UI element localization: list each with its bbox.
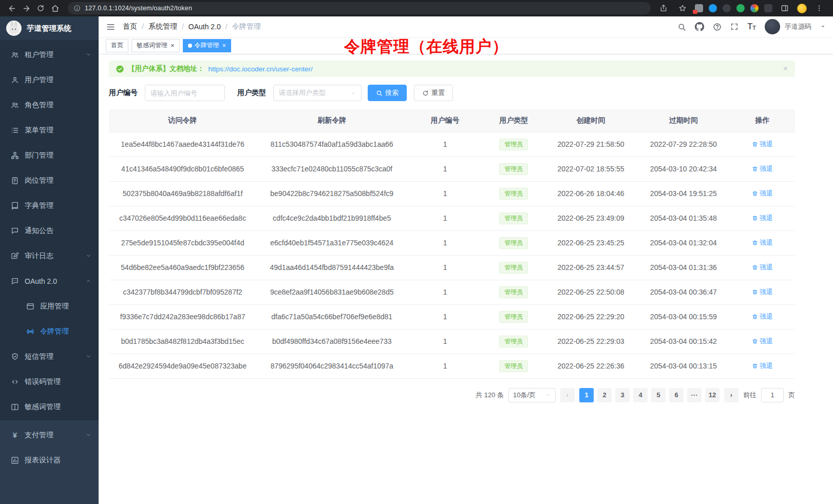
extension-icon[interactable] — [764, 4, 772, 12]
force-logout-button[interactable]: 强退 — [752, 189, 773, 198]
sidebar-item-error-code[interactable]: 错误码管理 — [0, 369, 99, 394]
force-logout-button[interactable]: 强退 — [752, 263, 773, 272]
search-button[interactable]: 搜索 — [368, 85, 407, 101]
user-type-badge: 管理员 — [499, 262, 528, 274]
username[interactable]: 芋道源码 — [785, 22, 811, 31]
prev-page-button[interactable]: ‹ — [560, 388, 575, 402]
table-row: 1ea5e44f8bc1467aaede43144f31de76811c5304… — [109, 132, 795, 157]
force-logout-button[interactable]: 强退 — [752, 337, 773, 346]
breadcrumb-item[interactable]: 系统管理 — [148, 22, 177, 31]
breadcrumb-item[interactable]: 首页 — [123, 22, 137, 31]
help-icon[interactable] — [713, 23, 722, 31]
github-icon[interactable] — [695, 22, 704, 31]
close-icon[interactable]: × — [171, 42, 175, 49]
force-logout-button[interactable]: 强退 — [752, 140, 773, 149]
sidebar-item-role[interactable]: 角色管理 — [0, 92, 99, 118]
url-bar[interactable]: 127.0.0.1:1024/system/oauth2/token — [68, 2, 651, 14]
site-info-icon[interactable] — [73, 5, 81, 12]
expire-time-cell: 2054-03-04 01:35:48 — [637, 206, 730, 230]
force-logout-button[interactable]: 强退 — [752, 361, 773, 371]
page-button[interactable]: 1 — [579, 388, 594, 402]
alert-link[interactable]: https://doc.iocoder.cn/user-center/ — [209, 65, 313, 73]
sidebar-item-sensitive-word[interactable]: 敏感词管理 — [0, 394, 99, 419]
browser-menu-icon[interactable] — [812, 2, 826, 15]
sidebar-item-report-designer[interactable]: 报表设计器 — [0, 448, 99, 473]
sidebar-item-oauth2-app[interactable]: 应用管理 — [0, 294, 99, 319]
success-check-icon — [116, 65, 124, 73]
tab-item[interactable]: 首页 — [106, 39, 128, 52]
sidebar-item-tenant[interactable]: 租户管理 — [0, 42, 99, 67]
browser-home-icon[interactable] — [48, 2, 62, 15]
goto-page-input[interactable] — [761, 388, 784, 402]
reset-button[interactable]: 重置 — [414, 85, 453, 101]
user-type-badge: 管理员 — [499, 212, 528, 224]
tree-icon — [10, 151, 20, 160]
page-button[interactable]: 6 — [669, 388, 684, 402]
user-avatar[interactable] — [765, 19, 780, 34]
sidebar-item-notice[interactable]: 通知公告 — [0, 218, 99, 243]
force-logout-button[interactable]: 强退 — [752, 238, 773, 247]
action-cell: 强退 — [730, 132, 795, 157]
sidebar-item-oauth2-token[interactable]: 令牌管理 — [0, 319, 99, 344]
force-logout-button[interactable]: 强退 — [752, 164, 773, 173]
chevron-up-icon — [86, 278, 91, 284]
browser-reload-icon[interactable] — [34, 2, 47, 15]
force-logout-button[interactable]: 强退 — [752, 312, 773, 321]
breadcrumb-item[interactable]: OAuth 2.0 — [188, 23, 221, 31]
user-type-select[interactable]: 请选择用户类型 — [273, 85, 362, 101]
search-icon[interactable] — [677, 23, 686, 31]
sidebar-item-menu[interactable]: 菜单管理 — [0, 118, 99, 143]
force-logout-button[interactable]: 强退 — [752, 287, 773, 297]
extension-icon[interactable] — [709, 4, 717, 12]
access-token-cell: 54d6be82ee5a460a9aedc1f9bf223656 — [109, 255, 256, 280]
app-logo[interactable]: 芋道管理系统 — [0, 16, 99, 40]
sidebar-item-dict[interactable]: 字典管理 — [0, 193, 99, 218]
sidebar-item-user[interactable]: 用户管理 — [0, 67, 99, 92]
browser-toolbar-right — [657, 2, 828, 15]
browser-back-icon[interactable] — [5, 2, 18, 15]
user-id-cell: 1 — [407, 304, 483, 329]
alert-close-icon[interactable]: × — [783, 65, 788, 73]
page-button[interactable]: 2 — [597, 388, 612, 402]
tab-item[interactable]: 敏感词管理× — [131, 39, 180, 52]
sidebar-item-oauth2[interactable]: OAuth 2.0 — [0, 268, 99, 294]
chevron-down-icon — [350, 90, 356, 96]
page-size-select[interactable]: 10条/页 — [508, 388, 556, 402]
extension-icon[interactable] — [750, 4, 759, 12]
user-id-cell: 1 — [407, 280, 483, 304]
tab-item[interactable]: 令牌管理× — [183, 39, 232, 52]
sidebar-item-label: 部门管理 — [25, 151, 53, 160]
page-button[interactable]: 12 — [705, 388, 720, 402]
browser-profile-avatar[interactable] — [797, 4, 807, 13]
sidebar-item-dept[interactable]: 部门管理 — [0, 143, 99, 168]
more-pages-button[interactable]: ··· — [687, 388, 702, 402]
page-button[interactable]: 5 — [651, 388, 666, 402]
bookmark-star-icon[interactable] — [676, 2, 689, 15]
browser-forward-icon[interactable] — [20, 2, 33, 15]
list-icon — [10, 126, 20, 134]
force-logout-button[interactable]: 强退 — [752, 214, 773, 223]
next-page-button[interactable]: › — [724, 388, 739, 402]
column-header: 操作 — [730, 109, 795, 132]
total-count: 共 120 条 — [476, 391, 504, 400]
collapse-sidebar-icon[interactable] — [106, 22, 116, 32]
extension-icon[interactable] — [736, 4, 745, 12]
extension-icon[interactable] — [695, 4, 703, 12]
sidebar-item-pay[interactable]: ¥支付管理 — [0, 422, 99, 448]
force-logout-label: 强退 — [760, 337, 773, 346]
side-panel-icon[interactable] — [778, 2, 791, 15]
user-id-input[interactable] — [145, 85, 225, 101]
action-cell: 强退 — [730, 255, 795, 280]
extension-icon[interactable] — [723, 4, 731, 12]
sidebar-item-post[interactable]: 岗位管理 — [0, 168, 99, 193]
expire-time-cell: 2054-03-04 01:31:36 — [637, 255, 730, 280]
close-icon[interactable]: × — [222, 42, 226, 49]
fullscreen-icon[interactable] — [730, 23, 739, 31]
share-icon[interactable] — [657, 2, 670, 15]
sidebar-item-audit-log[interactable]: 审计日志 — [0, 243, 99, 268]
page-button[interactable]: 4 — [633, 388, 648, 402]
page-button[interactable]: 3 — [615, 388, 630, 402]
font-size-icon[interactable]: TT — [747, 23, 756, 31]
sidebar-item-sms[interactable]: 短信管理 — [0, 344, 99, 369]
user-type-badge: 管理员 — [499, 188, 528, 200]
